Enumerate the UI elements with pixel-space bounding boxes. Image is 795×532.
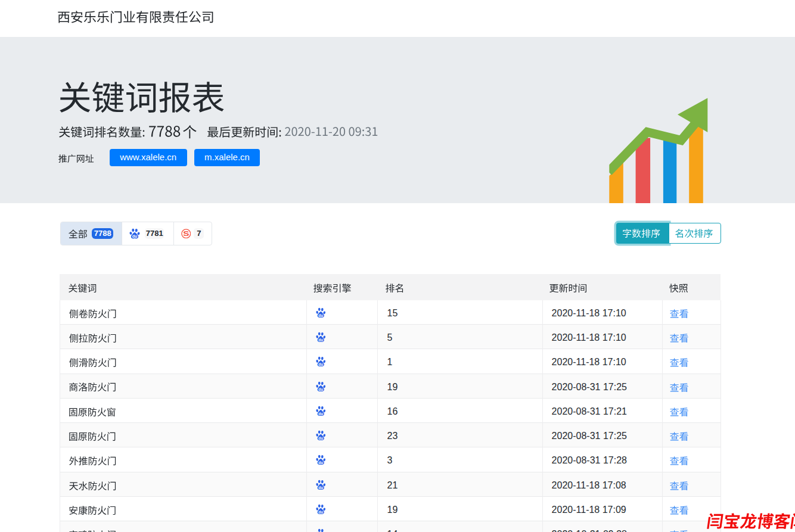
svg-text:du: du bbox=[318, 338, 323, 342]
svg-text:du: du bbox=[318, 461, 323, 465]
svg-text:du: du bbox=[132, 234, 138, 239]
svg-text:du: du bbox=[318, 362, 323, 366]
svg-text:du: du bbox=[318, 436, 323, 440]
svg-text:du: du bbox=[318, 313, 323, 317]
svg-text:du: du bbox=[318, 509, 323, 514]
svg-text:du: du bbox=[318, 387, 323, 391]
svg-text:du: du bbox=[318, 411, 323, 415]
svg-text:du: du bbox=[318, 485, 323, 489]
svg-text:S: S bbox=[183, 230, 190, 237]
